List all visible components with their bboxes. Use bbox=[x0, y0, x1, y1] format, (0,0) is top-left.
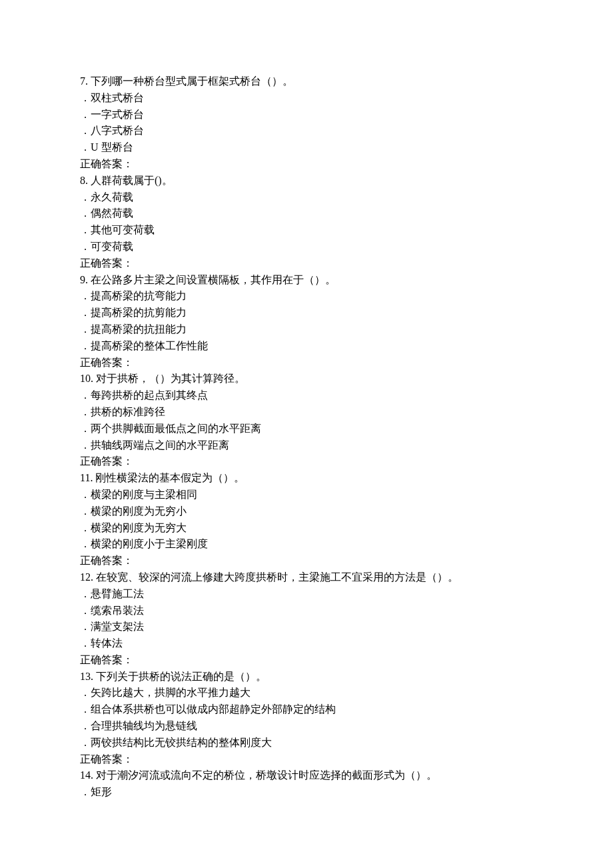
option-line: ．U 型桥台 bbox=[80, 139, 533, 156]
option-text: 横梁的刚度为无穷小 bbox=[91, 505, 187, 517]
option-text: 提高桥梁的抗扭能力 bbox=[91, 323, 187, 335]
option-text: 悬臂施工法 bbox=[91, 588, 144, 599]
option-dot: ． bbox=[80, 125, 91, 136]
option-line: ．可变荷载 bbox=[80, 239, 533, 255]
option-line: ．提高桥梁的抗弯能力 bbox=[80, 288, 533, 305]
option-text: 双柱式桥台 bbox=[91, 92, 144, 103]
question-text: 在较宽、较深的河流上修建大跨度拱桥时，主梁施工不宜采用的方法是（）。 bbox=[96, 571, 458, 583]
answer-label: 正确答案： bbox=[80, 553, 533, 569]
option-line: ．横梁的刚度为无穷小 bbox=[80, 503, 533, 520]
answer-label: 正确答案： bbox=[80, 453, 533, 470]
option-text: 一字式桥台 bbox=[91, 109, 144, 120]
question-number: 11. bbox=[80, 472, 95, 483]
question-number: 13. bbox=[80, 671, 96, 682]
option-dot: ． bbox=[80, 687, 91, 698]
question-text: 在公路多片主梁之间设置横隔板，其作用在于（）。 bbox=[91, 274, 336, 285]
option-line: ．两个拱脚截面最低点之间的水平距离 bbox=[80, 421, 533, 437]
option-text: 合理拱轴线均为悬链线 bbox=[91, 720, 197, 731]
option-dot: ． bbox=[80, 621, 91, 632]
option-line: ．拱桥的标准跨径 bbox=[80, 404, 533, 421]
option-text: 矢跨比越大，拱脚的水平推力越大 bbox=[91, 687, 251, 698]
option-line: ．双柱式桥台 bbox=[80, 90, 533, 107]
option-line: ．缆索吊装法 bbox=[80, 603, 533, 619]
option-dot: ． bbox=[80, 389, 91, 401]
answer-label: 正确答案： bbox=[80, 652, 533, 669]
option-dot: ． bbox=[80, 109, 91, 120]
question-line: 13. 下列关于拱桥的说法正确的是（）。 bbox=[80, 669, 533, 685]
option-text: 横梁的刚度为无穷大 bbox=[91, 522, 187, 533]
option-dot: ． bbox=[80, 720, 91, 731]
question-line: 12. 在较宽、较深的河流上修建大跨度拱桥时，主梁施工不宜采用的方法是（）。 bbox=[80, 569, 533, 586]
option-text: 提高桥梁的抗剪能力 bbox=[91, 307, 187, 318]
option-line: ．转体法 bbox=[80, 635, 533, 652]
option-dot: ． bbox=[80, 423, 91, 434]
option-line: ．横梁的刚度与主梁相同 bbox=[80, 487, 533, 503]
option-line: ．提高桥梁的抗扭能力 bbox=[80, 321, 533, 338]
option-dot: ． bbox=[80, 290, 91, 301]
option-line: ．满堂支架法 bbox=[80, 619, 533, 635]
option-dot: ． bbox=[80, 307, 91, 318]
option-line: ．横梁的刚度为无穷大 bbox=[80, 520, 533, 537]
option-line: ．其他可变荷载 bbox=[80, 222, 533, 239]
question-line: 14. 对于潮汐河流或流向不定的桥位，桥墩设计时应选择的截面形式为（）。 bbox=[80, 767, 533, 784]
option-line: ．提高桥梁的抗剪能力 bbox=[80, 305, 533, 321]
option-dot: ． bbox=[80, 439, 91, 451]
option-text: 拱桥的标准跨径 bbox=[91, 406, 165, 417]
question-line: 11. 刚性横梁法的基本假定为（）。 bbox=[80, 470, 533, 487]
question-text: 对于潮汐河流或流向不定的桥位，桥墩设计时应选择的截面形式为（）。 bbox=[96, 769, 437, 781]
option-line: ．组合体系拱桥也可以做成内部超静定外部静定的结构 bbox=[80, 701, 533, 718]
option-dot: ． bbox=[80, 786, 91, 797]
option-text: 可变荷载 bbox=[91, 241, 133, 252]
option-text: 八字式桥台 bbox=[91, 125, 144, 136]
question-text: 人群荷载属于()。 bbox=[91, 175, 173, 186]
option-text: 拱轴线两端点之间的水平距离 bbox=[91, 439, 229, 451]
option-text: 永久荷载 bbox=[91, 191, 133, 203]
answer-label: 正确答案： bbox=[80, 255, 533, 272]
option-dot: ． bbox=[80, 224, 91, 235]
option-line: ．提高桥梁的整体工作性能 bbox=[80, 338, 533, 355]
option-text: 横梁的刚度小于主梁刚度 bbox=[91, 538, 208, 549]
option-text: 缆索吊装法 bbox=[91, 605, 144, 616]
question-number: 8. bbox=[80, 175, 91, 186]
option-text: 转体法 bbox=[91, 637, 123, 649]
option-dot: ． bbox=[80, 588, 91, 599]
option-line: ．拱轴线两端点之间的水平距离 bbox=[80, 437, 533, 454]
option-text: 矩形 bbox=[91, 786, 112, 797]
question-text: 刚性横梁法的基本假定为（）。 bbox=[95, 472, 245, 483]
question-line: 8. 人群荷载属于()。 bbox=[80, 173, 533, 189]
option-line: ．一字式桥台 bbox=[80, 107, 533, 123]
option-line: ．两铰拱结构比无铰拱结构的整体刚度大 bbox=[80, 735, 533, 751]
option-line: ．矩形 bbox=[80, 784, 533, 801]
question-number: 7. bbox=[80, 75, 91, 87]
option-dot: ． bbox=[80, 323, 91, 335]
option-dot: ． bbox=[80, 241, 91, 252]
option-text: 提高桥梁的整体工作性能 bbox=[91, 340, 208, 351]
option-dot: ． bbox=[80, 489, 91, 500]
option-text: 提高桥梁的抗弯能力 bbox=[91, 290, 187, 301]
option-dot: ． bbox=[80, 92, 91, 103]
answer-label: 正确答案： bbox=[80, 751, 533, 768]
option-dot: ． bbox=[80, 538, 91, 549]
option-dot: ． bbox=[80, 141, 91, 153]
option-line: ．每跨拱桥的起点到其终点 bbox=[80, 387, 533, 404]
option-text: 每跨拱桥的起点到其终点 bbox=[91, 389, 208, 401]
option-line: ．矢跨比越大，拱脚的水平推力越大 bbox=[80, 685, 533, 701]
question-line: 10. 对于拱桥，（）为其计算跨径。 bbox=[80, 371, 533, 387]
option-dot: ． bbox=[80, 605, 91, 616]
option-text: 偶然荷载 bbox=[91, 207, 133, 219]
option-dot: ． bbox=[80, 191, 91, 203]
option-dot: ． bbox=[80, 522, 91, 533]
option-line: ．悬臂施工法 bbox=[80, 586, 533, 603]
option-dot: ． bbox=[80, 207, 91, 219]
option-text: U 型桥台 bbox=[91, 141, 133, 153]
option-text: 横梁的刚度与主梁相同 bbox=[91, 489, 197, 500]
question-number: 12. bbox=[80, 571, 96, 583]
question-text: 下列关于拱桥的说法正确的是（）。 bbox=[96, 671, 267, 682]
option-line: ．合理拱轴线均为悬链线 bbox=[80, 718, 533, 735]
option-text: 组合体系拱桥也可以做成内部超静定外部静定的结构 bbox=[91, 703, 336, 715]
option-dot: ． bbox=[80, 406, 91, 417]
option-line: ．偶然荷载 bbox=[80, 205, 533, 222]
option-dot: ． bbox=[80, 737, 91, 748]
option-text: 两铰拱结构比无铰拱结构的整体刚度大 bbox=[91, 737, 272, 748]
question-number: 9. bbox=[80, 274, 91, 285]
